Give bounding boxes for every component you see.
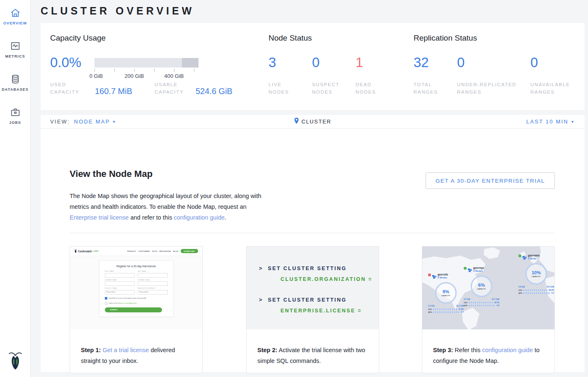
nav-item: DOCS bbox=[152, 250, 157, 252]
used-capacity: 3.6 GiB bbox=[518, 286, 525, 288]
map-location-nyc: ✓ geo=nyc2 Nodes 6% CAPACITY 3.7 GiB61.7… bbox=[464, 266, 499, 307]
sidebar-item-metrics[interactable]: METRICS bbox=[0, 41, 30, 58]
qps-label: QPS bbox=[518, 292, 522, 294]
cluster-breadcrumb-label: CLUSTER bbox=[302, 118, 332, 125]
axis-tick bbox=[134, 69, 135, 72]
nodes-cube-icon bbox=[468, 266, 472, 274]
get-trial-license-link[interactable]: Get a trial license bbox=[102, 347, 149, 353]
cpu-value: 58.3% bbox=[549, 289, 554, 291]
axis-tick-label: 400 GiB bbox=[162, 73, 186, 79]
panel-toolbar: VIEW: NODE MAP ▾ CLUSTER LAST 10 MIN ▾ bbox=[41, 115, 585, 129]
step-3-card: ! geo=sfo2 Nodes 9% CAPACITY 3.2 GiB35.1… bbox=[422, 246, 555, 373]
enterprise-trial-license-link[interactable]: Enterprise trial license bbox=[70, 214, 129, 221]
sql-command: SET CLUSTER SETTING bbox=[268, 266, 346, 271]
nodes-cube-icon bbox=[432, 273, 436, 280]
sql-setting: CLUSTER.ORGANIZATION = bbox=[281, 276, 379, 282]
locality-name: geo=nyc bbox=[473, 266, 484, 270]
metrics-icon bbox=[0, 41, 30, 51]
suspect-nodes-value: 0 bbox=[312, 56, 319, 69]
step-2-card: > SET CLUSTER SETTING CLUSTER.ORGANIZATI… bbox=[246, 246, 379, 373]
checkbox-text: I agree to the bbox=[109, 302, 118, 304]
capacity-usage-title: Capacity Usage bbox=[50, 34, 106, 43]
sidebar-item-label: OVERVIEW bbox=[0, 21, 30, 25]
used-capacity: 3.7 GiB bbox=[464, 298, 470, 300]
step-1-caption: Step 1: Get a trial license delivered st… bbox=[70, 336, 202, 366]
capacity-gauge: 10% CAPACITY bbox=[525, 263, 547, 285]
sidebar-item-overview[interactable]: OVERVIEW bbox=[0, 7, 30, 25]
sidebar-item-databases[interactable]: DATABASES bbox=[0, 74, 30, 92]
capacity-label: CAPACITY bbox=[477, 288, 486, 290]
axis-tick-label: 0 GiB bbox=[84, 73, 109, 79]
dead-nodes-value: 1 bbox=[356, 56, 363, 69]
brand-suffix: LABS bbox=[93, 250, 99, 252]
step-3-caption: Step 3: Refer this configuration guide t… bbox=[422, 336, 554, 366]
cluster-breadcrumb[interactable]: CLUSTER bbox=[294, 115, 332, 128]
download-button: DOWNLOAD bbox=[181, 249, 198, 253]
prompt-symbol: > bbox=[259, 266, 263, 271]
axis-tick bbox=[94, 69, 95, 72]
view-dropdown-value: NODE MAP bbox=[74, 118, 110, 125]
text-input bbox=[105, 273, 135, 278]
divider bbox=[70, 233, 555, 233]
nodes-cube-icon bbox=[523, 254, 527, 261]
checkbox-label: I agree to the Software License Agreemen… bbox=[109, 302, 137, 304]
capacity-label: CAPACITY bbox=[532, 276, 540, 278]
field-label: PROJECT PHASE bbox=[105, 288, 135, 289]
axis-tick bbox=[174, 69, 174, 72]
checkbox-unchecked bbox=[105, 302, 107, 304]
locality-name: geo=sfo bbox=[438, 273, 448, 276]
replication-status-title: Replication Status bbox=[414, 34, 477, 43]
qps-value: 4.7 bbox=[461, 311, 464, 313]
get-enterprise-trial-button[interactable]: GET A 30-DAY ENTERPRISE TRIAL bbox=[426, 172, 555, 189]
cpu-label: CPU bbox=[428, 308, 432, 310]
time-range-dropdown[interactable]: LAST 10 MIN ▾ bbox=[526, 115, 573, 128]
registration-site-preview: Cockroach LABS PRODUCT CUSTOMERS DOCS RE… bbox=[70, 247, 202, 329]
form-title: Register for a 30-day trial license bbox=[105, 265, 168, 268]
total-ranges-label: TOTAL RANGES bbox=[414, 81, 447, 96]
view-dropdown[interactable]: NODE MAP ▾ bbox=[74, 118, 116, 125]
under-replicated-ranges-value: 0 bbox=[457, 56, 465, 69]
qps-value: 6.4 bbox=[552, 292, 554, 294]
qps-value: 0.0 bbox=[497, 304, 499, 307]
select-input: Please Select bbox=[105, 290, 135, 295]
configuration-guide-link[interactable]: configuration guide bbox=[482, 347, 533, 353]
nav-item: PRODUCT bbox=[127, 250, 136, 252]
cpu-sparkline bbox=[469, 302, 493, 303]
configuration-guide-link[interactable]: configuration guide bbox=[174, 214, 225, 221]
capacity-percent: 0.0% bbox=[50, 56, 81, 69]
view-label: VIEW: bbox=[50, 118, 70, 125]
cluster-summary-card: Capacity Usage 0.0% 0 GiB 200 GiB 400 Gi… bbox=[41, 23, 585, 110]
dead-status-icon: ! bbox=[428, 273, 431, 276]
cpu-value: 11.0% bbox=[458, 308, 464, 310]
total-capacity: 34.4 GiB bbox=[547, 286, 554, 288]
sidebar-item-jobs[interactable]: JOBS bbox=[0, 107, 30, 125]
map-location-ams: ✓ geo=ams1 Node 10% CAPACITY 3.6 GiB34.4… bbox=[518, 254, 554, 294]
text-input bbox=[138, 281, 168, 286]
text-input bbox=[138, 273, 168, 278]
sidebar: OVERVIEW METRICS DATABASES JOBS bbox=[0, 0, 31, 377]
checkbox-label: I would like to receive email updates ab… bbox=[109, 297, 147, 299]
license-agreement-link: Software License Agreement. bbox=[118, 302, 137, 304]
step-1-thumbnail: Cockroach LABS PRODUCT CUSTOMERS DOCS RE… bbox=[70, 247, 202, 329]
sidebar-item-label: METRICS bbox=[0, 54, 30, 58]
node-map-panel: VIEW: NODE MAP ▾ CLUSTER LAST 10 MIN ▾ V… bbox=[41, 115, 585, 372]
capacity-bar bbox=[94, 58, 198, 68]
section-description: The Node Map shows the geographical layo… bbox=[70, 191, 264, 223]
suspect-nodes-label: SUSPECT NODES bbox=[312, 81, 345, 96]
qps-sparkline bbox=[523, 292, 550, 294]
cockroachdb-logo bbox=[0, 350, 30, 372]
step-label: Step 2: bbox=[257, 347, 277, 353]
field-label: LAST NAME bbox=[138, 271, 168, 272]
cpu-sparkline bbox=[523, 290, 547, 291]
sql-code-block: > SET CLUSTER SETTING CLUSTER.ORGANIZATI… bbox=[247, 247, 379, 314]
map-pin-icon bbox=[294, 118, 299, 126]
nav-item: BLOG bbox=[173, 250, 179, 252]
select-input: Please Select bbox=[138, 290, 168, 295]
map-location-sfo: ! geo=sfo2 Nodes 9% CAPACITY 3.2 GiB35.1… bbox=[428, 273, 464, 313]
axis-tick bbox=[114, 69, 115, 72]
cpu-sparkline bbox=[433, 309, 457, 310]
sql-command: SET CLUSTER SETTING bbox=[268, 297, 346, 303]
field-label: REASON FOR INTEREST bbox=[138, 288, 168, 289]
step-2-thumbnail: > SET CLUSTER SETTING CLUSTER.ORGANIZATI… bbox=[247, 247, 379, 329]
capacity-label: CAPACITY bbox=[441, 295, 450, 297]
